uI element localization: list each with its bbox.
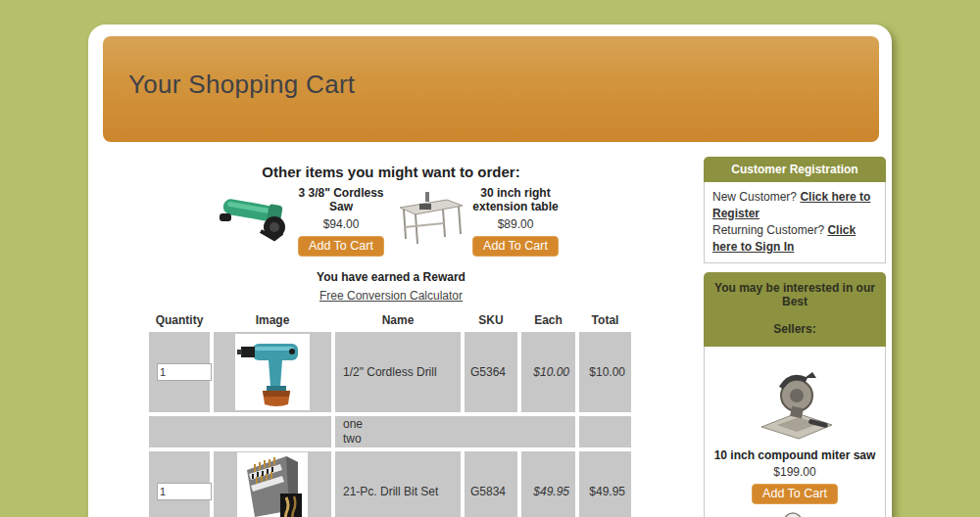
suggested-items-row: 3 3/8" Cordless Saw $94.00 Add To Cart bbox=[145, 186, 637, 257]
band-saw-image bbox=[710, 512, 879, 517]
quantity-cell bbox=[149, 332, 210, 412]
suggested-item-price: $89.00 bbox=[466, 217, 564, 231]
page: { "page": { "title": "Your Shopping Cart… bbox=[0, 0, 980, 517]
product-name: 1/2" Cordless Drill bbox=[335, 332, 461, 412]
best-seller-name: 10 inch compound miter saw bbox=[710, 448, 879, 462]
col-header-image: Image bbox=[214, 310, 331, 328]
cart-row: 1/2" Cordless Drill G5364 $10.00 $10.00 bbox=[149, 332, 631, 412]
col-header-sku: SKU bbox=[465, 310, 517, 328]
cordless-drill-image bbox=[235, 334, 310, 410]
miter-saw-image bbox=[710, 370, 879, 441]
best-seller-price: $199.00 bbox=[710, 465, 879, 479]
note-line: one bbox=[343, 417, 574, 432]
customer-registration-box: Customer Registration New Customer? Clic… bbox=[704, 157, 886, 263]
product-each-price: $10.00 bbox=[521, 332, 575, 412]
product-sku: G5364 bbox=[465, 332, 517, 412]
product-sku: G5834 bbox=[465, 451, 517, 517]
suggestions-heading: Other items you might want to order: bbox=[145, 164, 637, 180]
quantity-input[interactable] bbox=[157, 483, 212, 500]
suggested-item: 30 inch right extension table $89.00 Add… bbox=[466, 186, 564, 257]
suggested-item-price: $94.00 bbox=[296, 217, 386, 231]
best-sellers-box: You may be interested in our Best Seller… bbox=[704, 272, 886, 517]
quantity-cell bbox=[149, 451, 210, 517]
drill-bit-set-image bbox=[237, 452, 308, 517]
best-sellers-body: 10 inch compound miter saw $199.00 Add T… bbox=[704, 347, 886, 517]
customer-registration-title: Customer Registration bbox=[704, 157, 886, 182]
main-column: Other items you might want to order: bbox=[145, 156, 637, 517]
note-cell: one two bbox=[335, 416, 575, 447]
customer-registration-body: New Customer? Click here to Register Ret… bbox=[704, 182, 886, 263]
cart-row: 21-Pc. Drill Bit Set G5834 $49.95 $49.95 bbox=[149, 451, 631, 517]
page-banner: Your Shopping Cart bbox=[103, 36, 879, 142]
cordless-saw-image bbox=[218, 194, 296, 249]
cart-table-header-row: Quantity Image Name SKU Each Total bbox=[149, 310, 631, 328]
note-line: two bbox=[343, 432, 574, 446]
cart-note-row: one two bbox=[149, 416, 631, 447]
suggested-item-name: 30 inch right extension table bbox=[466, 186, 564, 213]
col-header-each: Each bbox=[521, 310, 575, 328]
returning-customer-label: Returning Customer? bbox=[712, 223, 827, 237]
col-header-total: Total bbox=[579, 310, 631, 328]
add-to-cart-button[interactable]: Add To Cart bbox=[298, 236, 384, 257]
best-sellers-title: You may be interested in our Best Seller… bbox=[704, 272, 886, 347]
note-empty-cell bbox=[579, 416, 631, 447]
product-image-cell bbox=[214, 451, 331, 517]
new-customer-label: New Customer? bbox=[712, 190, 800, 204]
col-header-name: Name bbox=[335, 310, 461, 328]
conversion-calculator-link[interactable]: Free Conversion Calculator bbox=[145, 289, 637, 303]
suggested-item-name: 3 3/8" Cordless Saw bbox=[296, 186, 386, 213]
add-to-cart-button[interactable]: Add To Cart bbox=[472, 236, 559, 257]
page-title: Your Shopping Cart bbox=[103, 36, 879, 100]
product-name: 21-Pc. Drill Bit Set bbox=[335, 451, 461, 517]
reward-message: You have earned a Reward bbox=[145, 270, 637, 284]
sidebar: Customer Registration New Customer? Clic… bbox=[704, 157, 886, 517]
best-sellers-title-line2: Sellers: bbox=[711, 322, 878, 336]
product-each-price: $49.95 bbox=[521, 451, 575, 517]
product-total-price: $49.95 bbox=[579, 451, 631, 517]
product-total-price: $10.00 bbox=[579, 332, 631, 412]
quantity-input[interactable] bbox=[157, 363, 212, 381]
product-image-cell bbox=[214, 332, 331, 412]
best-sellers-title-line1: You may be interested in our Best bbox=[711, 281, 878, 308]
col-header-quantity: Quantity bbox=[149, 310, 210, 328]
cart-table: Quantity Image Name SKU Each Total bbox=[145, 306, 635, 517]
suggested-item: 3 3/8" Cordless Saw $94.00 Add To Cart bbox=[296, 186, 386, 257]
extension-table-image bbox=[396, 190, 466, 253]
content-card: Your Shopping Cart Other items you might… bbox=[88, 24, 892, 517]
add-to-cart-button[interactable]: Add To Cart bbox=[752, 484, 838, 504]
note-empty-cell bbox=[149, 416, 331, 447]
